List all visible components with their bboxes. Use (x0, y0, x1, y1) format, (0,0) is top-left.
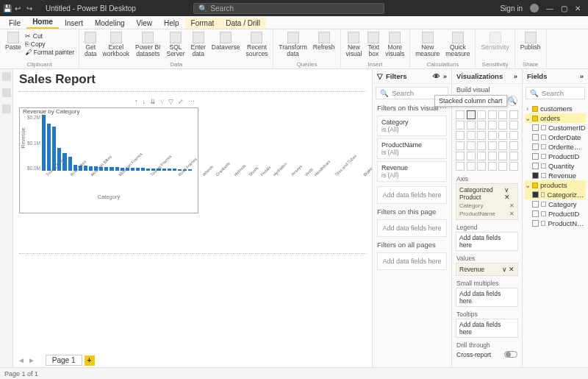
viz-type[interactable] (509, 152, 518, 160)
viz-type[interactable] (488, 110, 497, 119)
fields-search[interactable]: 🔍Search (526, 87, 585, 99)
prev-page-icon[interactable]: ◄ (18, 356, 25, 364)
ribbon-btn[interactable]: Textbox (365, 31, 381, 58)
tooltips-well[interactable]: Add data fields here (456, 319, 518, 338)
field-row[interactable]: ProductName (525, 219, 586, 228)
collapse-icon[interactable]: » (580, 72, 584, 80)
viz-type[interactable] (456, 110, 465, 119)
tab-home[interactable]: Home (26, 16, 59, 29)
copy-button[interactable]: ⎘ Copy (25, 40, 74, 48)
cut-button[interactable]: ✂ Cut (25, 32, 74, 40)
viz-type[interactable] (467, 141, 476, 150)
paste-button[interactable]: Paste (3, 31, 24, 57)
ribbon-btn[interactable]: Recentsources (244, 31, 270, 58)
expand-icon[interactable]: ⇊ (150, 98, 156, 105)
drill-up-icon[interactable]: ↑ (135, 98, 138, 105)
viz-type[interactable] (509, 110, 518, 119)
global-search[interactable]: 🔍 Search (193, 3, 384, 14)
table-orders[interactable]: ⌄orders (525, 113, 586, 123)
tab-insert[interactable]: Insert (59, 18, 89, 29)
viz-type[interactable] (509, 141, 518, 150)
legend-well[interactable]: Add data fields here (456, 232, 518, 251)
viz-type[interactable] (467, 131, 476, 140)
field-row[interactable]: ProductID (525, 152, 586, 161)
axis-well[interactable]: Categorized Product∨ ✕ Category✕ Product… (456, 183, 518, 220)
user-avatar[interactable] (530, 4, 539, 13)
publish-button[interactable]: Publish (518, 31, 543, 52)
ribbon-btn[interactable]: Excelworkbook (101, 31, 132, 58)
analytics-icon[interactable]: 🔍 (507, 96, 517, 106)
viz-type[interactable] (467, 121, 476, 130)
filter-card[interactable]: Revenueis (All) (377, 161, 447, 182)
ribbon-btn[interactable]: Enterdata (189, 31, 208, 58)
field-row[interactable]: CustomerID (525, 123, 586, 132)
viz-type[interactable] (488, 162, 497, 171)
viz-type[interactable] (498, 152, 507, 160)
undo-icon[interactable]: ↩ (15, 4, 22, 12)
viz-type[interactable] (498, 141, 507, 150)
tab-view[interactable]: View (131, 18, 159, 29)
tab-file[interactable]: File (3, 18, 26, 29)
more-icon[interactable]: ⋯ (188, 98, 195, 105)
sensitivity-button[interactable]: Sensitivity (478, 31, 511, 52)
viz-type[interactable] (456, 162, 465, 171)
ribbon-btn[interactable]: Newmeasure (413, 31, 442, 58)
report-view-icon[interactable] (2, 72, 11, 81)
small-multiples-well[interactable]: Add data fields here (456, 288, 518, 307)
filter-drop-page[interactable]: Add data fields here (377, 219, 447, 237)
viz-type[interactable] (456, 141, 465, 150)
values-well[interactable]: Revenue∨ ✕ (456, 263, 518, 276)
ribbon-btn[interactable]: Morevisuals (383, 31, 406, 58)
signin-link[interactable]: Sign in (500, 4, 523, 13)
bar[interactable] (47, 124, 51, 171)
viz-type[interactable] (488, 131, 497, 140)
viz-type[interactable] (477, 121, 486, 130)
collapse-icon[interactable]: » (443, 72, 447, 80)
data-view-icon[interactable] (2, 88, 11, 97)
drill-down-icon[interactable]: ↓ (143, 98, 146, 105)
viz-type[interactable] (477, 141, 486, 150)
ribbon-btn[interactable]: Power BIdatasets (133, 31, 163, 58)
viz-type[interactable] (456, 152, 465, 160)
filter-card[interactable]: ProductNameis (All) (377, 138, 447, 159)
ribbon-btn[interactable]: Dataverse (209, 31, 243, 58)
add-page-button[interactable]: + (85, 355, 95, 366)
viz-type[interactable] (477, 152, 486, 160)
ribbon-btn[interactable]: Newvisual (344, 31, 365, 58)
viz-type[interactable] (488, 141, 497, 150)
save-icon[interactable]: 💾 (3, 4, 10, 12)
collapse-icon[interactable]: » (514, 72, 517, 80)
fork-icon[interactable]: ⑂ (160, 98, 164, 105)
ribbon-btn[interactable]: Transformdata (276, 31, 309, 58)
viz-type[interactable] (467, 162, 476, 171)
field-row[interactable]: OrderDate (525, 132, 586, 142)
field-row[interactable]: Categorized Pro... (525, 190, 586, 199)
format-painter-button[interactable]: 🖌 Format painter (25, 49, 74, 56)
viz-type[interactable] (456, 131, 465, 140)
bar[interactable] (42, 115, 46, 171)
filter-icon[interactable]: ▽ (168, 98, 173, 105)
ribbon-btn[interactable]: Getdata (82, 31, 99, 58)
viz-type[interactable] (467, 152, 476, 160)
ribbon-btn[interactable]: Refresh (311, 31, 337, 58)
report-canvas[interactable]: Sales Report ↑ ↓ ⇊ ⑂ ▽ ⤢ ⋯ Revenue by Ca… (13, 69, 372, 367)
ribbon-btn[interactable]: SQLServer (164, 31, 187, 58)
filter-drop-all[interactable]: Add data fields here (377, 252, 447, 270)
viz-type[interactable] (498, 121, 507, 130)
tab-format[interactable]: Format (185, 18, 220, 29)
viz-type[interactable] (498, 131, 507, 140)
viz-type[interactable] (488, 121, 497, 130)
tab-modeling[interactable]: Modeling (89, 18, 131, 29)
field-row[interactable]: Category (525, 199, 586, 209)
table-customers[interactable]: ›customers (525, 104, 586, 113)
field-row[interactable]: Revenue (525, 171, 586, 180)
cross-report-toggle[interactable] (504, 351, 517, 358)
viz-type[interactable] (509, 121, 518, 130)
viz-type[interactable] (488, 152, 497, 160)
viz-type[interactable] (498, 110, 507, 119)
viz-type[interactable] (477, 162, 486, 171)
field-row[interactable]: Quantity (525, 161, 586, 171)
viz-type[interactable] (509, 131, 518, 140)
maximize-button[interactable]: ▢ (561, 4, 567, 13)
viz-type[interactable] (477, 131, 486, 140)
